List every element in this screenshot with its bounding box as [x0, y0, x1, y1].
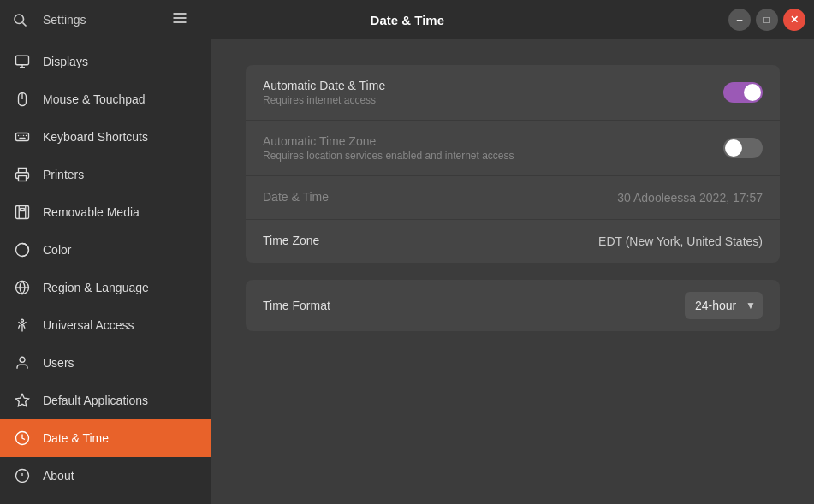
svg-marker-24 [16, 394, 29, 406]
sidebar-item-universal-access[interactable]: Universal Access [0, 306, 211, 344]
keyboard-shortcuts-icon [14, 128, 31, 145]
sidebar-item-label-universal-access: Universal Access [43, 318, 134, 332]
titlebar: Settings Date & Time – □ ✕ [0, 0, 814, 39]
search-button[interactable] [0, 0, 39, 39]
svg-rect-10 [16, 133, 29, 141]
universal-access-icon [14, 317, 31, 334]
timezone-row: Time Zone EDT (New York, United States) [246, 220, 780, 263]
sidebar: DisplaysMouse & TouchpadKeyboard Shortcu… [0, 39, 211, 504]
maximize-button[interactable]: □ [756, 9, 778, 31]
time-format-row: Time Format 24-hour AM/PM ▼ [246, 280, 780, 331]
date-time-value: 30 Adooleessa 2022, 17:57 [617, 191, 763, 205]
sidebar-item-label-removable-media: Removable Media [43, 205, 140, 219]
users-icon [14, 354, 31, 371]
svg-point-22 [21, 319, 24, 322]
sidebar-item-label-mouse-touchpad: Mouse & Touchpad [43, 92, 146, 106]
svg-rect-5 [16, 56, 29, 65]
about-icon [14, 467, 31, 484]
sidebar-item-label-about: About [43, 469, 74, 483]
timezone-info: Time Zone [263, 234, 598, 249]
printers-icon [14, 166, 31, 183]
sidebar-item-users[interactable]: Users [0, 344, 211, 382]
svg-point-23 [20, 357, 25, 362]
time-format-dropdown[interactable]: 24-hour AM/PM [685, 292, 763, 319]
auto-date-time-row: Automatic Date & Time Requires internet … [246, 65, 780, 121]
auto-timezone-info: Automatic Time Zone Requires location se… [263, 134, 723, 162]
date-time-info: Date & Time [263, 190, 617, 205]
svg-line-1 [22, 22, 26, 26]
window-controls: – □ ✕ [728, 9, 814, 31]
sidebar-item-default-applications[interactable]: Default Applications [0, 382, 211, 419]
sidebar-item-label-displays: Displays [43, 55, 88, 68]
sidebar-item-color[interactable]: Color [0, 231, 211, 269]
date-time-label: Date & Time [263, 190, 617, 204]
timezone-value[interactable]: EDT (New York, United States) [598, 234, 763, 248]
sidebar-item-label-color: Color [43, 243, 71, 257]
menu-button[interactable] [171, 9, 188, 30]
auto-timezone-label: Automatic Time Zone [263, 134, 723, 148]
auto-date-time-toggle-knob [744, 84, 761, 101]
sidebar-item-label-region-language: Region & Language [43, 281, 149, 294]
date-time-row: Date & Time 30 Adooleessa 2022, 17:57 [246, 176, 780, 220]
close-button[interactable]: ✕ [783, 9, 805, 31]
displays-icon [14, 53, 31, 70]
auto-date-time-sub: Requires internet access [263, 94, 723, 106]
sidebar-item-region-language[interactable]: Region & Language [0, 269, 211, 306]
time-format-label: Time Format [263, 299, 685, 312]
svg-rect-18 [21, 209, 25, 211]
color-icon [14, 241, 31, 258]
sidebar-item-label-date-time: Date & Time [43, 431, 109, 445]
svg-point-0 [15, 15, 24, 24]
removable-media-icon [14, 204, 31, 221]
sidebar-item-date-time[interactable]: Date & Time [0, 419, 211, 457]
sidebar-item-label-keyboard-shortcuts: Keyboard Shortcuts [43, 130, 148, 144]
auto-date-time-label: Automatic Date & Time [263, 79, 723, 92]
time-format-card: Time Format 24-hour AM/PM ▼ [246, 280, 780, 331]
auto-timezone-row: Automatic Time Zone Requires location se… [246, 121, 780, 176]
default-applications-icon [14, 392, 31, 409]
auto-date-time-info: Automatic Date & Time Requires internet … [263, 79, 723, 106]
auto-timezone-toggle[interactable] [723, 138, 763, 158]
sidebar-item-removable-media[interactable]: Removable Media [0, 193, 211, 231]
auto-timezone-toggle-knob [725, 139, 742, 157]
content-area: Automatic Date & Time Requires internet … [211, 39, 814, 504]
sidebar-item-mouse-touchpad[interactable]: Mouse & Touchpad [0, 80, 211, 118]
main-container: DisplaysMouse & TouchpadKeyboard Shortcu… [0, 39, 814, 504]
timezone-label: Time Zone [263, 234, 598, 247]
svg-rect-16 [19, 176, 27, 181]
sidebar-item-keyboard-shortcuts[interactable]: Keyboard Shortcuts [0, 118, 211, 156]
sidebar-item-about[interactable]: About [0, 457, 211, 495]
time-format-dropdown-wrap: 24-hour AM/PM ▼ [685, 292, 763, 319]
auto-timezone-sub: Requires location services enabled and i… [263, 150, 723, 162]
datetime-card: Automatic Date & Time Requires internet … [246, 65, 780, 263]
minimize-button[interactable]: – [728, 9, 751, 31]
mouse-touchpad-icon [14, 91, 31, 108]
sidebar-item-label-users: Users [43, 356, 74, 370]
sidebar-item-label-printers: Printers [43, 168, 84, 181]
auto-date-time-toggle[interactable] [723, 82, 763, 103]
date-time-icon [14, 430, 31, 447]
region-language-icon [14, 279, 31, 296]
settings-label: Settings [43, 13, 86, 27]
sidebar-item-displays[interactable]: Displays [0, 43, 211, 80]
svg-rect-17 [16, 206, 29, 219]
sidebar-item-printers[interactable]: Printers [0, 156, 211, 193]
sidebar-item-label-default-applications: Default Applications [43, 394, 148, 407]
